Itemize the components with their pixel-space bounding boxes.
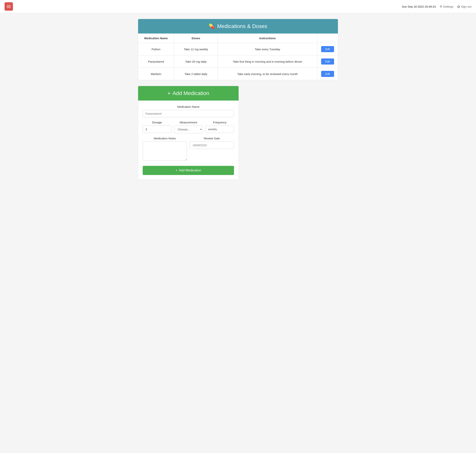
hamburger-icon <box>7 5 11 8</box>
table-row: Warfarin Take 2 tablet daily Take early … <box>138 68 338 80</box>
row-instructions-1: Take first thing in morning and in eveni… <box>218 55 317 68</box>
row-doses-2: Take 2 tablet daily <box>174 68 218 80</box>
add-section-header: + Add Medication <box>138 86 239 100</box>
row-action-0: Edit <box>317 43 338 55</box>
edit-button-2[interactable]: Edit <box>321 71 334 77</box>
plus-icon-button: + <box>175 169 177 172</box>
col-header-instructions: Instructions <box>218 34 317 43</box>
add-form: Medication Name Dosage Measurement Choos… <box>138 100 239 180</box>
notes-textarea[interactable] <box>143 142 187 161</box>
table-row: Paracetamol Take 20 mg daily Take first … <box>138 55 338 68</box>
col-header-action <box>317 34 338 43</box>
medications-section: 💊 Medications & Doses Medication Name Do… <box>138 19 338 80</box>
header-right: Sun Sep 18 2022 20:49:24 ⚙ Settings ⏻ Si… <box>402 5 471 8</box>
row-action-1: Edit <box>317 55 338 68</box>
datetime-display: Sun Sep 18 2022 20:49:24 <box>402 5 436 8</box>
notes-row: Medication Notes Review Date <box>143 137 234 161</box>
medications-title: Medications & Doses <box>217 23 267 29</box>
col-header-name: Medication Name <box>138 34 174 43</box>
frequency-label: Frequency <box>205 121 234 124</box>
table-header-row: Medication Name Doses Instructions <box>138 34 338 43</box>
signout-label: Sign out <box>461 5 471 8</box>
row-action-2: Edit <box>317 68 338 80</box>
table-row: Python Take 12 mg weekly Take every Tues… <box>138 43 338 55</box>
power-icon: ⏻ <box>457 5 460 8</box>
row-name-2: Warfarin <box>138 68 174 80</box>
pill-icon: 💊 <box>209 23 215 29</box>
medication-name-label: Medication Name <box>143 105 234 108</box>
row-name-0: Python <box>138 43 174 55</box>
measurement-label: Measurement <box>174 121 203 124</box>
dosage-group: Dosage <box>143 121 172 133</box>
add-medication-section: + Add Medication Medication Name Dosage … <box>138 86 239 180</box>
gear-icon: ⚙ <box>440 5 442 8</box>
header: Sun Sep 18 2022 20:49:24 ⚙ Settings ⏻ Si… <box>0 0 476 13</box>
add-section-title: Add Medication <box>172 90 209 96</box>
signout-link[interactable]: ⏻ Sign out <box>457 5 471 8</box>
dosage-label: Dosage <box>143 121 172 124</box>
main-content: 💊 Medications & Doses Medication Name Do… <box>133 13 343 185</box>
row-doses-1: Take 20 mg daily <box>174 55 218 68</box>
col-header-doses: Doses <box>174 34 218 43</box>
dosage-input[interactable] <box>143 126 172 133</box>
medications-header: 💊 Medications & Doses <box>138 19 338 34</box>
row-instructions-0: Take every Tuesday <box>218 43 317 55</box>
edit-button-1[interactable]: Edit <box>321 58 334 64</box>
medication-name-group: Medication Name <box>143 105 234 117</box>
add-medication-button[interactable]: + Add Medication <box>143 166 234 175</box>
review-date-label: Review Date <box>190 137 234 140</box>
add-medication-button-label: Add Medication <box>179 169 201 172</box>
edit-button-0[interactable]: Edit <box>321 46 334 52</box>
settings-link[interactable]: ⚙ Settings <box>440 5 453 8</box>
measurement-select[interactable]: Choose... mg ml tablet capsule <box>174 126 203 133</box>
menu-button[interactable] <box>5 2 13 11</box>
medication-name-input[interactable] <box>143 110 234 117</box>
frequency-group: Frequency <box>205 121 234 133</box>
review-date-group: Review Date <box>190 137 234 161</box>
row-name-1: Paracetamol <box>138 55 174 68</box>
review-date-input[interactable] <box>190 142 234 149</box>
plus-icon-header: + <box>167 90 171 96</box>
dosage-row: Dosage Measurement Choose... mg ml table… <box>143 121 234 133</box>
notes-group: Medication Notes <box>143 137 187 161</box>
medications-table: Medication Name Doses Instructions Pytho… <box>138 34 338 80</box>
frequency-input[interactable] <box>205 126 234 133</box>
row-doses-0: Take 12 mg weekly <box>174 43 218 55</box>
settings-label: Settings <box>443 5 453 8</box>
notes-label: Medication Notes <box>143 137 187 140</box>
measurement-group: Measurement Choose... mg ml tablet capsu… <box>174 121 203 133</box>
row-instructions-2: Take early evening, to be reviewed every… <box>218 68 317 80</box>
